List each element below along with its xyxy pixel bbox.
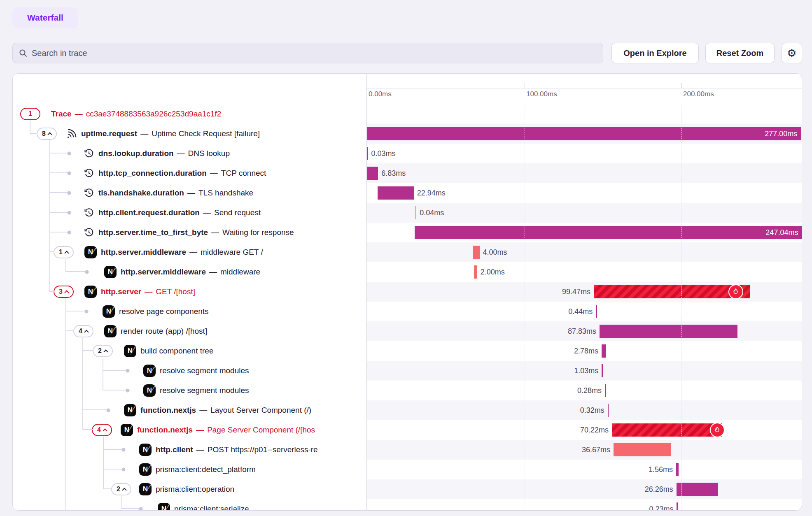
span-bar[interactable] [473, 246, 479, 259]
timeline-header[interactable]: 0.00ms 100.00ms 200.00ms [367, 74, 802, 104]
span-row[interactable]: Nhttp.client—POST https://p01--serverles… [13, 440, 802, 460]
span-row-timeline[interactable]: 0.32ms [367, 400, 802, 420]
span-row-title[interactable]: 2Nbuild component tree [13, 341, 367, 361]
span-row-title[interactable]: Nhttp.server.middleware—middleware [13, 262, 367, 282]
span-row[interactable]: Nfunction.nextjs—Layout Server Component… [13, 400, 802, 420]
span-bar[interactable] [474, 265, 477, 279]
tab-waterfall[interactable]: Waterfall [12, 7, 78, 28]
span-row-title[interactable]: 4Nrender route (app) /[host] [13, 321, 367, 341]
span-row-title[interactable]: Nprisma:client:detect_platform [13, 460, 367, 479]
span-row-timeline[interactable]: 36.67ms [367, 440, 802, 460]
span-row-title[interactable]: http.tcp_connection.duration—TCP connect [13, 163, 367, 183]
span-row[interactable]: 2Nprisma:client:operation26.26ms [13, 479, 802, 499]
reset-zoom-button[interactable]: Reset Zoom [705, 43, 775, 63]
children-count-badge[interactable]: 2 [93, 345, 113, 357]
settings-button[interactable]: ⚙ [782, 43, 802, 63]
span-row-timeline[interactable]: 2.00ms [367, 262, 802, 282]
span-row-title[interactable]: Nresolve page components [13, 302, 367, 321]
span-bar[interactable] [608, 404, 609, 417]
span-bar[interactable] [378, 186, 413, 200]
span-row[interactable]: 8uptime.request—Uptime Check Request [fa… [13, 124, 802, 144]
span-row[interactable]: tls.handshake.duration—TLS handshake22.9… [13, 183, 802, 203]
span-row-title[interactable]: Nfunction.nextjs—Layout Server Component… [13, 400, 367, 420]
span-row[interactable]: 4Nrender route (app) /[host]87.83ms [13, 321, 802, 341]
children-count-badge[interactable]: 4 [73, 325, 93, 337]
span-bar[interactable] [367, 167, 378, 180]
span-row[interactable]: 1Nhttp.server.middleware—middleware GET … [13, 242, 802, 262]
span-row-title[interactable]: Nprisma:client:serialize [13, 499, 367, 511]
span-row-title[interactable]: http.server.time_to_first_byte—Waiting f… [13, 223, 367, 242]
span-bar[interactable] [676, 463, 679, 476]
span-row-title[interactable]: Nresolve segment modules [13, 361, 367, 381]
children-count-badge[interactable]: 1 [20, 108, 40, 120]
span-description: resolve segment modules [160, 381, 249, 400]
span-row-timeline[interactable]: 0.23ms [367, 499, 802, 511]
flame-icon[interactable] [728, 284, 743, 299]
search-input[interactable] [12, 43, 603, 63]
span-row[interactable]: Nresolve segment modules1.03ms [13, 361, 802, 381]
open-in-explore-button[interactable]: Open in Explore [611, 43, 699, 63]
span-row-timeline[interactable]: 6.83ms [367, 163, 802, 183]
children-count-badge[interactable]: 2 [111, 483, 131, 495]
span-row-timeline[interactable]: 277.00ms [367, 124, 802, 144]
span-row[interactable]: Nresolve segment modules0.28ms [13, 381, 802, 400]
span-row-title[interactable]: 1Nhttp.server.middleware—middleware GET … [13, 242, 367, 262]
span-row-title[interactable]: http.client.request.duration—Send reques… [13, 203, 367, 223]
span-bar[interactable] [367, 147, 368, 160]
span-row-timeline[interactable]: 0.44ms [367, 302, 802, 321]
span-bar[interactable] [612, 423, 722, 437]
span-row[interactable]: http.tcp_connection.duration—TCP connect… [13, 163, 802, 183]
span-bar[interactable] [596, 305, 597, 318]
span-bar[interactable] [602, 344, 606, 358]
span-row-title[interactable]: dns.lookup.duration—DNS lookup [13, 144, 367, 163]
span-row[interactable]: 1Trace—cc3ae3748883563a926c253d9aa1c1f2 [13, 104, 802, 124]
span-row-timeline[interactable]: 4.00ms [367, 242, 802, 262]
span-row-timeline[interactable] [367, 104, 802, 124]
span-row[interactable]: http.server.time_to_first_byte—Waiting f… [13, 223, 802, 242]
children-count-badge[interactable]: 1 [54, 246, 74, 258]
span-row-timeline[interactable]: 70.22ms [367, 420, 802, 440]
flame-icon[interactable] [710, 423, 725, 437]
span-bar[interactable] [677, 502, 677, 511]
span-row[interactable]: Nprisma:client:detect_platform1.56ms [13, 460, 802, 479]
span-row[interactable]: http.client.request.duration—Send reques… [13, 203, 802, 223]
span-row[interactable]: Nprisma:client:serialize0.23ms [13, 499, 802, 511]
span-row-timeline[interactable]: 22.94ms [367, 183, 802, 203]
span-bar[interactable] [605, 384, 606, 397]
span-row[interactable]: Nresolve page components0.44ms [13, 302, 802, 321]
children-count-badge[interactable]: 3 [54, 286, 74, 298]
span-row-timeline[interactable]: 26.26ms [367, 479, 802, 499]
span-row-timeline[interactable]: 247.04ms [367, 223, 802, 242]
span-row[interactable]: Nhttp.server.middleware—middleware2.00ms [13, 262, 802, 282]
span-row-title[interactable]: 3Nhttp.server—GET /[host] [13, 282, 367, 302]
span-bar[interactable] [594, 285, 750, 298]
span-row-timeline[interactable]: 1.56ms [367, 460, 802, 479]
span-row-timeline[interactable]: 0.28ms [367, 381, 802, 400]
chevron-up-icon [64, 251, 69, 255]
span-row-timeline[interactable]: 99.47ms [367, 282, 802, 302]
span-row-title[interactable]: 1Trace—cc3ae3748883563a926c253d9aa1c1f2 [13, 104, 367, 124]
span-row-title[interactable]: 2Nprisma:client:operation [13, 479, 367, 499]
span-row[interactable]: 4Nfunction.nextjs—Page Server Component … [13, 420, 802, 440]
span-row[interactable]: 3Nhttp.server—GET /[host]99.47ms [13, 282, 802, 302]
span-row-timeline[interactable]: 1.03ms [367, 361, 802, 381]
span-row-timeline[interactable]: 2.78ms [367, 341, 802, 361]
span-row-timeline[interactable]: 0.04ms [367, 203, 802, 223]
duration-label: 247.04ms [415, 226, 798, 239]
span-bar[interactable] [415, 206, 416, 219]
children-count-badge[interactable]: 4 [92, 424, 112, 436]
span-row-title[interactable]: tls.handshake.duration—TLS handshake [13, 183, 367, 203]
span-row[interactable]: dns.lookup.duration—DNS lookup0.03ms [13, 144, 802, 163]
span-bar[interactable] [602, 364, 603, 377]
span-row-timeline[interactable]: 87.83ms [367, 321, 802, 341]
span-row-title[interactable]: 4Nfunction.nextjs—Page Server Component … [13, 420, 367, 440]
span-row-timeline[interactable]: 0.03ms [367, 144, 802, 163]
span-row-title[interactable]: 8uptime.request—Uptime Check Request [fa… [13, 124, 367, 144]
children-count-badge[interactable]: 8 [37, 128, 57, 140]
span-bar[interactable] [614, 443, 671, 456]
span-row-title[interactable]: Nhttp.client—POST https://p01--serverles… [13, 440, 367, 460]
span-bar[interactable] [600, 325, 737, 338]
span-row[interactable]: 2Nbuild component tree2.78ms [13, 341, 802, 361]
span-row-title[interactable]: Nresolve segment modules [13, 381, 367, 400]
span-bar[interactable] [677, 483, 718, 496]
